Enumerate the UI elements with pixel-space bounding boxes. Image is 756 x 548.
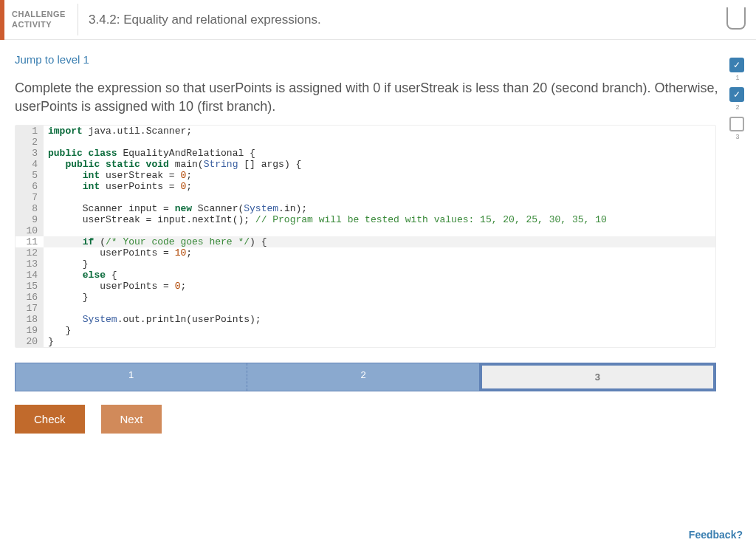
challenge-badge: CHALLENGE ACTIVITY: [4, 4, 78, 35]
line-num: 4: [16, 159, 44, 170]
line-num: 6: [16, 181, 44, 192]
line-num: 13: [16, 258, 44, 270]
step-2[interactable]: 2: [247, 363, 479, 391]
step-3-current[interactable]: 3: [479, 363, 716, 391]
feedback-link[interactable]: Feedback?: [689, 529, 743, 541]
next-button[interactable]: Next: [101, 405, 162, 434]
badge-line1: CHALLENGE: [12, 10, 66, 18]
line-num: 14: [16, 270, 44, 281]
line-num: 7: [16, 192, 44, 203]
line-num: 8: [16, 203, 44, 214]
line-num: 17: [16, 303, 44, 314]
header-bar: CHALLENGE ACTIVITY 3.4.2: Equality and r…: [0, 0, 756, 40]
line-num: 16: [16, 292, 44, 303]
step-1[interactable]: 1: [16, 363, 247, 391]
line-num: 12: [16, 247, 44, 258]
line-num-current: 11: [16, 236, 44, 247]
line-num: 18: [16, 314, 44, 325]
line-num: 9: [16, 214, 44, 225]
line-num: 20: [16, 336, 44, 347]
line-num: 5: [16, 170, 44, 181]
code-editor[interactable]: 1import java.util.Scanner; 2 3public cla…: [15, 125, 716, 348]
line-num: 1: [16, 126, 44, 137]
check-button[interactable]: Check: [15, 405, 85, 434]
activity-title: 3.4.2: Equality and relational expressio…: [78, 13, 321, 27]
badge-line2: ACTIVITY: [12, 20, 52, 29]
prompt-text: Complete the expression so that userPoin…: [15, 79, 741, 116]
line-num: 3: [16, 148, 44, 159]
line-num: 10: [16, 225, 44, 236]
step-indicator: 1 2 3: [15, 363, 716, 391]
bookmark-icon[interactable]: [726, 7, 746, 30]
line-num: 2: [16, 137, 44, 148]
line-num: 19: [16, 325, 44, 336]
jump-to-level-link[interactable]: Jump to level 1: [15, 53, 89, 66]
line-num: 15: [16, 281, 44, 292]
